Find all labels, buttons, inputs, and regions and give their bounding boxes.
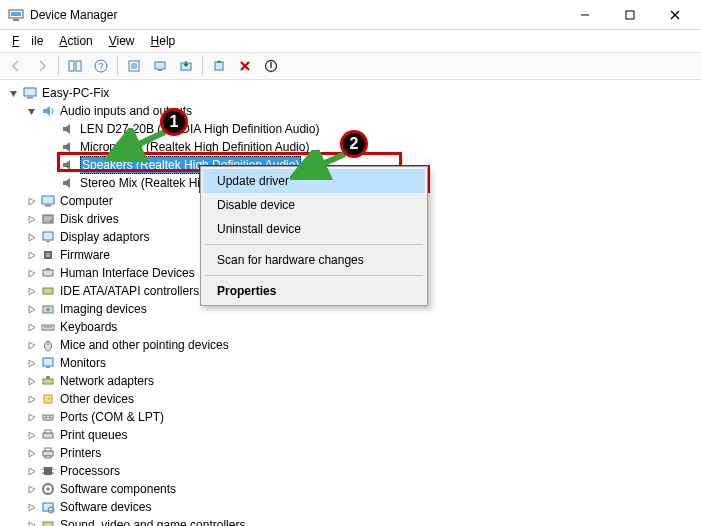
menu-help[interactable]: Help — [145, 32, 182, 50]
properties-button[interactable] — [122, 55, 146, 77]
close-button[interactable] — [652, 1, 697, 29]
category-item[interactable]: Software components — [4, 480, 699, 498]
svg-text:?: ? — [46, 395, 51, 404]
category-icon — [40, 283, 56, 299]
category-item[interactable]: Mice and other pointing devices — [4, 336, 699, 354]
category-item[interactable]: Printers — [4, 444, 699, 462]
expand-icon[interactable] — [24, 500, 38, 514]
svg-rect-48 — [43, 433, 53, 438]
expand-icon[interactable] — [24, 320, 38, 334]
category-item[interactable]: Monitors — [4, 354, 699, 372]
expand-icon[interactable] — [24, 338, 38, 352]
maximize-button[interactable] — [607, 1, 652, 29]
expand-icon[interactable] — [24, 284, 38, 298]
category-label: Computer — [60, 192, 113, 210]
category-item[interactable]: Ports (COM & LPT) — [4, 408, 699, 426]
svg-point-47 — [49, 417, 51, 419]
svg-rect-49 — [45, 430, 51, 433]
svg-point-46 — [45, 417, 47, 419]
enable-device-button[interactable] — [207, 55, 231, 77]
category-icon — [40, 373, 56, 389]
menu-file[interactable]: File — [6, 32, 49, 50]
svg-rect-15 — [155, 62, 165, 69]
category-label: Processors — [60, 462, 120, 480]
device-manager-icon — [8, 7, 24, 23]
category-icon — [40, 445, 56, 461]
menu-properties[interactable]: Properties — [203, 279, 425, 303]
back-button[interactable] — [4, 55, 28, 77]
tree-root[interactable]: Easy-PC-Fix — [4, 84, 699, 102]
expand-icon[interactable] — [24, 482, 38, 496]
collapse-icon[interactable] — [24, 104, 38, 118]
svg-rect-42 — [46, 376, 50, 379]
category-item[interactable]: ?Other devices — [4, 390, 699, 408]
collapse-icon[interactable] — [6, 86, 20, 100]
category-audio[interactable]: Audio inputs and outputs — [4, 102, 699, 120]
menu-action[interactable]: Action — [53, 32, 98, 50]
menu-scan-hardware[interactable]: Scan for hardware changes — [203, 248, 425, 272]
device-item[interactable]: LEN D27-20B (NVIDIA High Definition Audi… — [4, 120, 699, 138]
category-label: Print queues — [60, 426, 127, 444]
svg-rect-7 — [69, 61, 74, 71]
menu-separator — [205, 244, 423, 245]
device-label: Microphone (Realtek High Definition Audi… — [80, 138, 309, 156]
svg-rect-8 — [76, 61, 81, 71]
svg-rect-2 — [11, 12, 21, 16]
svg-rect-21 — [27, 97, 33, 99]
category-item[interactable]: Sound, video and game controllers — [4, 516, 699, 526]
uninstall-device-button[interactable] — [233, 55, 257, 77]
svg-rect-30 — [43, 270, 53, 276]
expand-icon[interactable] — [24, 212, 38, 226]
category-item[interactable]: Print queues — [4, 426, 699, 444]
expand-icon[interactable] — [24, 464, 38, 478]
category-item[interactable]: Keyboards — [4, 318, 699, 336]
menu-view[interactable]: View — [103, 32, 141, 50]
svg-rect-41 — [43, 379, 53, 384]
category-item[interactable]: Network adapters — [4, 372, 699, 390]
category-item[interactable]: Processors — [4, 462, 699, 480]
update-driver-button[interactable] — [174, 55, 198, 77]
category-label: Imaging devices — [60, 300, 147, 318]
tree-root-label: Easy-PC-Fix — [42, 84, 109, 102]
expand-icon[interactable] — [24, 302, 38, 316]
expand-icon[interactable] — [24, 392, 38, 406]
disable-device-button[interactable] — [259, 55, 283, 77]
category-label: Firmware — [60, 246, 110, 264]
category-icon — [40, 247, 56, 263]
svg-rect-27 — [46, 241, 50, 242]
show-hide-console-button[interactable] — [63, 55, 87, 77]
category-icon — [40, 427, 56, 443]
expand-icon[interactable] — [24, 374, 38, 388]
category-icon — [40, 499, 56, 515]
category-label: Printers — [60, 444, 101, 462]
expand-icon[interactable] — [24, 356, 38, 370]
category-label: Human Interface Devices — [60, 264, 195, 282]
svg-text:?: ? — [98, 61, 103, 71]
expand-icon[interactable] — [24, 230, 38, 244]
category-icon — [40, 193, 56, 209]
device-item[interactable]: Microphone (Realtek High Definition Audi… — [4, 138, 699, 156]
svg-rect-62 — [43, 522, 53, 526]
expand-icon[interactable] — [24, 518, 38, 526]
expand-icon[interactable] — [24, 266, 38, 280]
expand-icon[interactable] — [24, 446, 38, 460]
category-icon — [40, 337, 56, 353]
minimize-button[interactable] — [562, 1, 607, 29]
menu-uninstall-device[interactable]: Uninstall device — [203, 217, 425, 241]
menu-disable-device[interactable]: Disable device — [203, 193, 425, 217]
category-label: Monitors — [60, 354, 106, 372]
forward-button[interactable] — [30, 55, 54, 77]
svg-rect-51 — [45, 448, 51, 451]
scan-hardware-button[interactable] — [148, 55, 172, 77]
expand-icon[interactable] — [24, 248, 38, 262]
help-button[interactable]: ? — [89, 55, 113, 77]
menu-update-driver[interactable]: Update driver — [203, 169, 425, 193]
category-label: Software devices — [60, 498, 151, 516]
svg-rect-4 — [626, 11, 634, 19]
category-item[interactable]: Software devices — [4, 498, 699, 516]
svg-rect-45 — [43, 415, 53, 420]
expand-icon[interactable] — [24, 410, 38, 424]
audio-icon — [40, 103, 56, 119]
expand-icon[interactable] — [24, 194, 38, 208]
expand-icon[interactable] — [24, 428, 38, 442]
